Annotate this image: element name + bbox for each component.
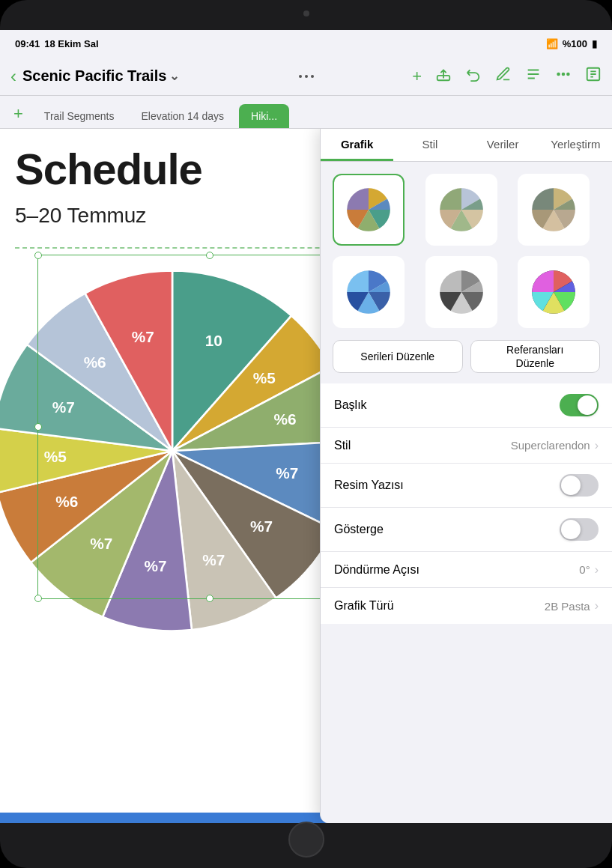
baslik-label: Başlık <box>334 398 367 412</box>
svg-text:%7: %7 <box>202 551 225 568</box>
chart-style-2[interactable] <box>425 174 497 246</box>
nav-bar: ‹ Scenic Pacific Trails ⌄ + <box>0 57 612 96</box>
baslik-toggle-knob <box>578 395 597 415</box>
text-icon[interactable] <box>525 66 542 87</box>
gosterge-row: Gösterge <box>321 508 612 552</box>
nav-actions: + <box>412 66 602 87</box>
nav-dots <box>299 75 314 78</box>
wifi-icon: 📶 <box>546 38 558 49</box>
dondrurme-row[interactable]: Döndürme Açısı 0° › <box>321 552 612 588</box>
tabs-bar: + Trail Segments Elevation 14 days Hiki.… <box>0 96 612 129</box>
dot-2 <box>305 75 308 78</box>
svg-text:%7: %7 <box>276 464 298 482</box>
battery-icon: ▮ <box>592 38 597 49</box>
gosterge-toggle-knob <box>561 520 581 539</box>
page-subheading: 5–20 Temmuz <box>15 204 146 228</box>
baslik-toggle[interactable] <box>560 394 599 416</box>
more-button[interactable] <box>555 66 572 87</box>
svg-text:%5: %5 <box>253 369 276 386</box>
resim-yazisi-toggle[interactable] <box>560 474 599 497</box>
share-button[interactable] <box>435 66 452 87</box>
edit-references-button[interactable]: Referansları Düzenle <box>470 340 601 373</box>
resim-yazisi-label: Resim Yazısı <box>334 479 404 492</box>
format-panel: Grafik Stil Veriler Yerleştirm <box>320 129 612 823</box>
add-button[interactable]: + <box>412 67 422 86</box>
resim-yazisi-toggle-knob <box>561 476 581 495</box>
add-tab-button[interactable]: + <box>7 100 29 128</box>
notes-button[interactable] <box>585 66 602 87</box>
settings-list: Başlık Stil Superclarendon › <box>321 383 612 823</box>
back-button[interactable]: ‹ <box>10 66 16 87</box>
status-time: 09:41 <box>15 38 40 49</box>
grafik-turu-value: 2B Pasta › <box>545 599 599 613</box>
undo-button[interactable] <box>465 66 482 87</box>
settings-section: Başlık Stil Superclarendon › <box>321 383 612 624</box>
tab-trail-segments[interactable]: Trail Segments <box>32 104 127 128</box>
grafik-turu-row[interactable]: Grafik Türü 2B Pasta › <box>321 588 612 624</box>
svg-point-3 <box>567 73 569 75</box>
pie-chart-svg: 10%5%6%7%7%7%7%7%6%5%7%6%7 <box>0 256 367 646</box>
grafik-turu-label: Grafik Türü <box>334 599 394 613</box>
chart-style-5[interactable] <box>425 256 497 328</box>
chart-style-1[interactable] <box>333 174 405 246</box>
svg-point-2 <box>563 73 565 75</box>
action-buttons-row: Serileri Düzenle Referansları Düzenle <box>321 340 612 383</box>
panel-tab-veriler[interactable]: Veriler <box>467 129 539 161</box>
main-content: Schedule 5–20 Temmuz 10%5%6%7%7%7%7%7%6%… <box>0 129 612 823</box>
dot-3 <box>311 75 314 78</box>
annotate-button[interactable] <box>495 66 512 87</box>
battery-percent: %100 <box>563 38 587 49</box>
status-bar: 09:41 18 Ekim Sal 📶 %100 ▮ <box>0 30 612 57</box>
home-button[interactable] <box>288 822 324 858</box>
svg-text:%6: %6 <box>84 353 106 371</box>
document-title[interactable]: Scenic Pacific Trails ⌄ <box>22 67 179 85</box>
gosterge-label: Gösterge <box>334 523 384 536</box>
svg-text:%7: %7 <box>90 535 112 552</box>
nav-left: ‹ Scenic Pacific Trails ⌄ <box>10 66 179 87</box>
ipad-frame: 09:41 18 Ekim Sal 📶 %100 ▮ ‹ Scenic Paci… <box>0 0 612 868</box>
svg-text:%7: %7 <box>52 398 75 416</box>
status-date: 18 Ekim Sal <box>44 38 98 49</box>
dondrurme-label: Döndürme Açısı <box>334 563 419 577</box>
status-left: 09:41 18 Ekim Sal <box>15 38 99 49</box>
svg-point-1 <box>557 73 560 75</box>
svg-text:%7: %7 <box>250 518 273 535</box>
dondrurme-value: 0° › <box>579 563 599 577</box>
dondrurme-chevron-icon: › <box>595 563 599 577</box>
edit-series-button[interactable]: Serileri Düzenle <box>333 340 463 373</box>
svg-text:%6: %6 <box>274 410 297 428</box>
status-right: 📶 %100 ▮ <box>546 38 597 49</box>
panel-tab-yerlestirm[interactable]: Yerleştirm <box>539 129 612 161</box>
chart-style-4[interactable] <box>333 256 405 328</box>
svg-text:%6: %6 <box>55 493 78 510</box>
stil-value: Superclarendon › <box>511 439 599 452</box>
panel-tab-stil[interactable]: Stil <box>393 129 466 161</box>
svg-text:%7: %7 <box>132 328 154 345</box>
chart-style-grid <box>321 162 612 340</box>
svg-text:%7: %7 <box>144 557 166 574</box>
svg-text:10: 10 <box>205 332 222 349</box>
baslik-row: Başlık <box>321 383 612 428</box>
panel-tab-grafik[interactable]: Grafik <box>321 129 393 161</box>
panel-tabs: Grafik Stil Veriler Yerleştirm <box>321 129 612 162</box>
tab-elevation[interactable]: Elevation 14 days <box>129 104 236 128</box>
stil-chevron-icon: › <box>595 439 599 452</box>
dot-1 <box>299 75 302 78</box>
pie-chart[interactable]: 10%5%6%7%7%7%7%7%6%5%7%6%7 <box>0 256 367 646</box>
grafik-turu-chevron-icon: › <box>595 599 599 613</box>
stil-row[interactable]: Stil Superclarendon › <box>321 428 612 464</box>
chart-style-3[interactable] <box>518 174 590 246</box>
gosterge-toggle[interactable] <box>560 518 599 541</box>
camera-dot <box>303 10 309 16</box>
svg-text:%5: %5 <box>44 448 67 465</box>
title-chevron-icon: ⌄ <box>169 69 179 83</box>
tab-hiki[interactable]: Hiki... <box>239 104 289 128</box>
title-text: Scenic Pacific Trails <box>22 67 166 85</box>
resim-yazisi-row: Resim Yazısı <box>321 464 612 508</box>
screen: 09:41 18 Ekim Sal 📶 %100 ▮ ‹ Scenic Paci… <box>0 30 612 823</box>
stil-label: Stil <box>334 439 351 452</box>
page-heading: Schedule <box>15 144 202 194</box>
chart-style-6[interactable] <box>518 256 590 328</box>
